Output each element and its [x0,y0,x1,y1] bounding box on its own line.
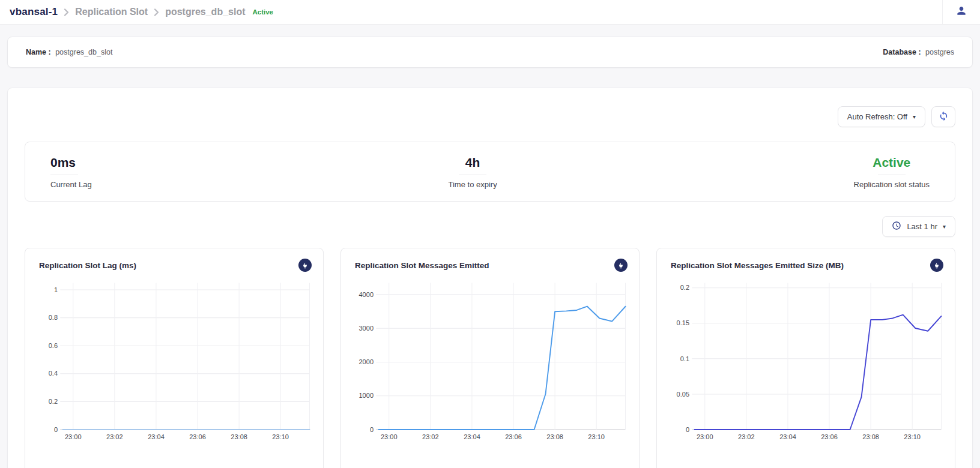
svg-text:23:10: 23:10 [904,433,921,440]
stat-value: Active [873,155,910,170]
svg-text:0.15: 0.15 [677,319,690,326]
svg-text:23:02: 23:02 [106,433,123,440]
svg-text:23:10: 23:10 [588,433,605,440]
svg-text:2000: 2000 [358,358,374,365]
breadcrumb-universe[interactable]: vbansal-1 [10,6,58,18]
prometheus-icon[interactable] [298,259,312,272]
svg-text:0.4: 0.4 [49,370,58,377]
svg-text:1: 1 [54,286,58,293]
chevron-down-icon: ▾ [943,224,946,230]
svg-text:23:04: 23:04 [779,433,796,440]
svg-text:0.05: 0.05 [677,391,690,398]
user-icon [955,5,967,19]
stat-value: 0ms [50,155,76,170]
stat-label: Replication slot status [854,180,930,189]
stat-time-to-expiry: 4h Time to expiry [449,155,497,189]
svg-text:23:10: 23:10 [272,433,289,440]
database-label: Database : [883,48,921,56]
time-range-dropdown[interactable]: Last 1 hr ▾ [882,216,955,237]
chart-card-messages-size: Replication Slot Messages Emitted Size (… [656,248,955,468]
auto-refresh-label: Auto Refresh: Off [847,112,907,121]
metrics-panel: Auto Refresh: Off ▾ 0ms Current Lag 4h T… [7,88,973,468]
clock-icon [892,221,901,232]
svg-text:0.2: 0.2 [680,284,689,291]
chart-title: Replication Slot Messages Emitted Size (… [671,261,844,270]
svg-text:23:04: 23:04 [148,433,165,440]
svg-text:0.8: 0.8 [49,314,58,321]
svg-text:0: 0 [54,426,58,433]
chart-title: Replication Slot Messages Emitted [355,261,489,270]
refresh-icon [939,111,949,123]
svg-text:0.6: 0.6 [49,342,58,349]
time-range-label: Last 1 hr [907,222,937,231]
slot-status-badge: Active [253,8,274,16]
stat-label: Time to expiry [449,180,497,189]
chart-title: Replication Slot Lag (ms) [39,261,136,270]
breadcrumb-chevron-icon [154,8,159,16]
svg-text:23:00: 23:00 [697,433,713,440]
page-content: Name : postgres_db_slot Database : postg… [0,37,980,468]
stat-label: Current Lag [50,180,92,189]
prometheus-icon[interactable] [614,259,628,272]
slot-stats-card: 0ms Current Lag 4h Time to expiry Active… [25,142,955,202]
breadcrumb-chevron-icon [64,8,69,16]
svg-text:1000: 1000 [358,392,374,399]
stat-divider [50,175,78,175]
slot-info-bar: Name : postgres_db_slot Database : postg… [7,37,973,68]
svg-text:23:00: 23:00 [65,433,82,440]
svg-text:0.1: 0.1 [680,355,689,362]
name-value: postgres_db_slot [55,48,112,56]
breadcrumb-section[interactable]: Replication Slot [75,7,148,17]
svg-text:23:00: 23:00 [381,433,398,440]
slot-name-field: Name : postgres_db_slot [26,48,112,56]
line-chart-messages-emitted: 0100020003000400023:0023:0223:0423:0623:… [349,278,631,449]
refresh-toolbar: Auto Refresh: Off ▾ [25,106,955,127]
charts-row: Replication Slot Lag (ms) 00.20.40.60.81… [25,248,955,468]
svg-text:23:08: 23:08 [231,433,247,440]
stat-slot-status: Active Replication slot status [854,155,930,189]
line-chart-messages-size: 00.050.10.150.223:0023:0223:0423:0623:08… [665,278,946,449]
auto-refresh-dropdown[interactable]: Auto Refresh: Off ▾ [838,106,925,127]
slot-database-field: Database : postgres [883,48,954,56]
svg-text:23:02: 23:02 [738,433,755,440]
stat-value: 4h [465,155,480,170]
breadcrumb-slot-name: postgres_db_slot [165,7,245,17]
svg-text:23:06: 23:06 [505,433,522,440]
svg-text:23:02: 23:02 [422,433,439,440]
prometheus-icon[interactable] [930,259,943,272]
svg-text:3000: 3000 [358,325,374,332]
breadcrumb: vbansal-1 Replication Slot postgres_db_s… [10,6,273,18]
chart-card-messages-emitted: Replication Slot Messages Emitted 010002… [340,248,640,468]
stat-current-lag: 0ms Current Lag [50,155,92,189]
svg-text:23:08: 23:08 [546,433,563,440]
chart-header: Replication Slot Messages Emitted Size (… [665,257,946,272]
svg-text:23:08: 23:08 [862,433,879,440]
name-label: Name : [26,48,51,56]
time-range-row: Last 1 hr ▾ [25,216,955,237]
line-chart-slot-lag: 00.20.40.60.8123:0023:0223:0423:0623:082… [34,278,315,449]
refresh-button[interactable] [931,106,955,127]
chart-header: Replication Slot Messages Emitted [349,257,631,272]
svg-text:0.2: 0.2 [49,398,58,405]
top-header: vbansal-1 Replication Slot postgres_db_s… [0,0,980,25]
user-menu-button[interactable] [943,0,980,24]
database-value: postgres [925,48,954,56]
stat-divider [878,175,906,175]
chart-header: Replication Slot Lag (ms) [34,257,315,272]
svg-text:0: 0 [370,426,374,433]
svg-text:4000: 4000 [358,291,374,298]
chevron-down-icon: ▾ [913,114,916,120]
svg-text:23:04: 23:04 [464,433,480,440]
svg-text:23:06: 23:06 [189,433,206,440]
svg-text:0: 0 [686,426,689,433]
svg-text:23:06: 23:06 [821,433,838,440]
chart-card-slot-lag: Replication Slot Lag (ms) 00.20.40.60.81… [25,248,324,468]
stat-divider [459,175,486,175]
header-right [942,0,980,24]
